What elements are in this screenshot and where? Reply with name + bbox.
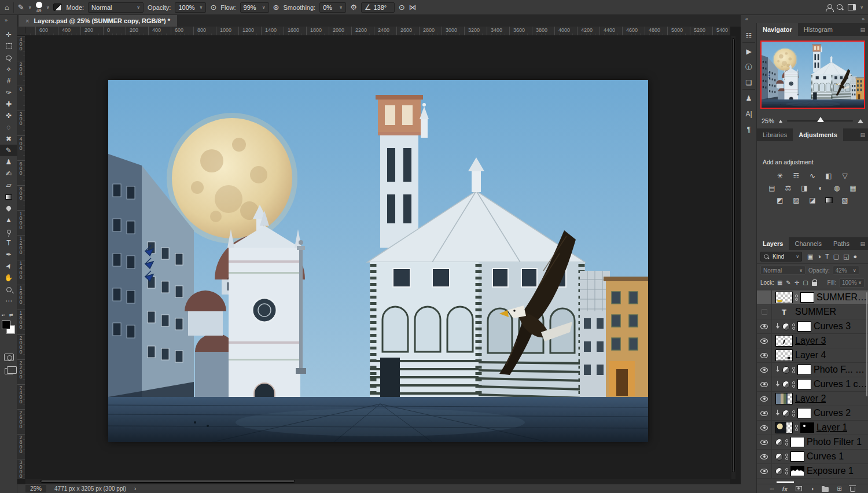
- exposure-icon[interactable]: ◧: [823, 171, 835, 181]
- adjustment-layer-icon[interactable]: [782, 381, 790, 388]
- filter-kind-select[interactable]: Kind ∨: [760, 252, 802, 262]
- layer-row[interactable]: Photo F... 1 copy: [757, 363, 868, 377]
- crop-tool[interactable]: #: [0, 75, 17, 87]
- eyedropper-tool[interactable]: ✑: [0, 87, 17, 98]
- filter-adjustment-layers-icon[interactable]: ◑: [817, 253, 821, 260]
- filter-shape-layers-icon[interactable]: ▢: [833, 253, 839, 260]
- lock-artboard-icon[interactable]: ▢: [803, 279, 808, 286]
- layer-row[interactable]: SUMMER copy: [757, 290, 868, 305]
- link-mask-icon[interactable]: [795, 425, 798, 431]
- link-mask-icon[interactable]: [785, 454, 788, 460]
- layer-name[interactable]: Photo F... 1 copy: [814, 365, 868, 375]
- magic-wand-tool[interactable]: ✧: [0, 64, 17, 75]
- properties-panel-icon[interactable]: ☷: [741, 29, 757, 43]
- chevron-down-icon[interactable]: ∨: [46, 5, 50, 10]
- layer-thumbnail[interactable]: [775, 349, 793, 361]
- visibility-toggle[interactable]: [757, 290, 772, 304]
- layer-mask-thumbnail[interactable]: [800, 422, 814, 433]
- zoom-out-icon[interactable]: [779, 120, 782, 123]
- vertical-ruler[interactable]: 4002000200400600800100012001400160018002…: [17, 36, 25, 479]
- new-layer-icon[interactable]: ⊞: [837, 485, 841, 492]
- blend-mode-select[interactable]: Normal∨: [88, 2, 144, 13]
- lasso-tool[interactable]: [0, 52, 17, 64]
- paragraph-panel-icon[interactable]: ¶: [741, 123, 757, 137]
- brush-settings-panel-toggle[interactable]: [53, 3, 62, 11]
- hue-saturation-icon[interactable]: ▤: [766, 183, 778, 193]
- layer-name[interactable]: Curves 2: [814, 408, 851, 418]
- adjustment-layer-icon[interactable]: [775, 468, 783, 475]
- filter-smart-objects-icon[interactable]: ◱: [843, 253, 849, 260]
- quick-mask-button[interactable]: [0, 351, 17, 363]
- adjustment-layer-icon[interactable]: [775, 453, 783, 461]
- layer-name[interactable]: Layer 1: [816, 422, 847, 433]
- layer-row[interactable]: Curves 1: [757, 450, 868, 464]
- selective-color-icon[interactable]: ▧: [839, 196, 851, 205]
- link-mask-icon[interactable]: [792, 381, 795, 388]
- navigator-zoom-value[interactable]: 25%: [762, 117, 774, 124]
- rectangular-marquee-tool[interactable]: [0, 41, 17, 52]
- brightness-contrast-icon[interactable]: ☀: [774, 171, 786, 181]
- layer-row[interactable]: Layer 2: [757, 392, 868, 406]
- collapse-tools-icon[interactable]: »: [5, 17, 8, 23]
- tab-adjustments[interactable]: Adjustments: [793, 128, 843, 141]
- tool-presets-panel-icon[interactable]: ♟: [741, 91, 757, 105]
- type-tool[interactable]: T: [0, 237, 17, 249]
- type-layer-icon[interactable]: T: [775, 308, 793, 317]
- link-mask-icon[interactable]: [792, 367, 795, 373]
- adjustment-layer-icon[interactable]: [775, 439, 783, 446]
- layer-mask-thumbnail[interactable]: [797, 379, 811, 389]
- tab-channels[interactable]: Channels: [789, 237, 827, 250]
- link-mask-icon[interactable]: [792, 323, 795, 330]
- history-brush-tool[interactable]: ✍: [0, 168, 17, 179]
- layer-opacity-select[interactable]: 42%∨: [833, 266, 859, 275]
- lock-all-icon[interactable]: [812, 282, 817, 286]
- panel-menu-icon[interactable]: ▤: [860, 132, 865, 138]
- layer-row[interactable]: Curves 1 copy: [757, 377, 868, 392]
- filter-pixel-layers-icon[interactable]: ▣: [807, 253, 813, 260]
- layer-thumbnail[interactable]: [775, 335, 793, 347]
- adjustment-layer-icon[interactable]: [782, 366, 790, 374]
- visibility-toggle[interactable]: [757, 450, 772, 463]
- navigator-zoom-slider[interactable]: [787, 120, 853, 122]
- layer-row[interactable]: Exposure 1: [757, 464, 868, 479]
- visibility-toggle[interactable]: [757, 435, 772, 449]
- tab-libraries[interactable]: Libraries: [757, 128, 793, 141]
- symmetry-icon[interactable]: ⋈: [409, 3, 417, 11]
- layer-mask-thumbnail[interactable]: [790, 451, 804, 462]
- layer-name[interactable]: Layer 4: [795, 350, 826, 360]
- content-aware-move-tool[interactable]: ✖: [0, 133, 17, 145]
- clone-stamp-tool[interactable]: ♟: [0, 156, 17, 168]
- layer-name[interactable]: Layer 2: [795, 393, 826, 404]
- channel-mixer-icon[interactable]: ◍: [831, 183, 843, 193]
- layers-scrollbar[interactable]: [866, 292, 867, 396]
- actions-panel-icon[interactable]: ▶: [741, 45, 757, 58]
- account-icon[interactable]: [826, 4, 833, 11]
- pattern-stamp-tool[interactable]: ◌: [0, 122, 17, 133]
- status-zoom-field[interactable]: 25%: [25, 485, 46, 492]
- collapse-strip-icon[interactable]: «: [745, 16, 748, 22]
- document-tab[interactable]: × Layers.psd @ 25% (SUMMER copy, RGB/8*)…: [19, 15, 177, 27]
- visibility-toggle[interactable]: [757, 421, 772, 435]
- clone-source-panel-icon[interactable]: ❏: [741, 76, 757, 90]
- blur-tool[interactable]: [0, 203, 17, 214]
- layer-mask-thumbnail[interactable]: [797, 321, 811, 332]
- path-selection-tool[interactable]: ➤: [0, 260, 17, 272]
- link-mask-icon[interactable]: [795, 295, 798, 301]
- link-mask-icon[interactable]: [785, 439, 788, 446]
- canvas-viewport[interactable]: [25, 36, 730, 479]
- visibility-toggle[interactable]: [757, 406, 772, 420]
- visibility-toggle[interactable]: [757, 305, 772, 319]
- layer-name[interactable]: Exposure 1: [807, 466, 854, 476]
- color-balance-icon[interactable]: ⚖: [782, 183, 795, 193]
- home-icon[interactable]: ⌂: [5, 3, 9, 11]
- link-layers-icon[interactable]: ∞: [770, 485, 774, 492]
- opacity-select[interactable]: 100%∨: [175, 2, 206, 13]
- layer-thumbnail[interactable]: [775, 422, 793, 433]
- hand-tool[interactable]: ✋: [0, 272, 17, 284]
- color-lookup-icon[interactable]: ▦: [847, 183, 859, 193]
- canvas-image[interactable]: [108, 80, 648, 442]
- brush-tool-icon[interactable]: ✎: [18, 3, 24, 11]
- posterize-icon[interactable]: ▨: [790, 196, 803, 205]
- pressure-size-icon[interactable]: ⊙: [399, 3, 405, 11]
- sharpen-tool[interactable]: ▲: [0, 214, 17, 226]
